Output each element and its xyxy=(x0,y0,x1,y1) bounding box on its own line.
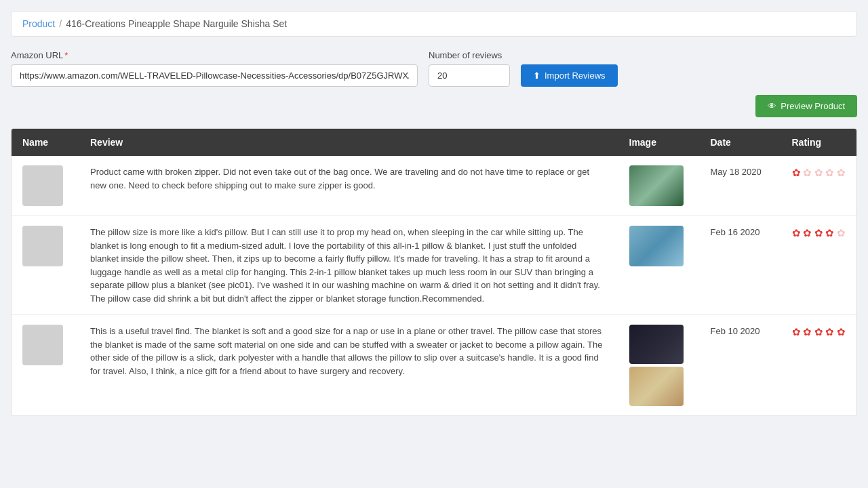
row1-review: Product came with broken zipper. Did not… xyxy=(79,156,618,216)
star-empty-3: ✿ xyxy=(814,167,823,178)
reviews-table: Name Review Image Date Rating Product ca… xyxy=(12,129,856,415)
preview-product-button[interactable]: 👁 Preview Product xyxy=(755,95,857,117)
header-image: Image xyxy=(618,129,700,156)
row1-image xyxy=(618,156,700,216)
reviews-table-container: Name Review Image Date Rating Product ca… xyxy=(11,128,857,416)
breadcrumb-current: 416-Creations Pineapple Shape Narguile S… xyxy=(66,18,287,29)
star-filled-1: ✿ xyxy=(792,167,801,178)
row1-date: May 18 2020 xyxy=(700,156,781,216)
table-row: This is a useful travel find. The blanke… xyxy=(12,315,856,416)
row2-name xyxy=(12,216,79,315)
number-of-reviews-label: Number of reviews xyxy=(429,50,510,60)
stacked-images-3 xyxy=(629,325,689,406)
amazon-url-input[interactable] xyxy=(11,64,418,87)
header-date: Date xyxy=(700,129,781,156)
star-filled-4: ✿ xyxy=(825,326,834,338)
row3-image xyxy=(618,315,700,416)
star-filled-2: ✿ xyxy=(803,326,812,338)
row1-rating: ✿ ✿ ✿ ✿ ✿ xyxy=(781,156,857,216)
number-of-reviews-group: Number of reviews xyxy=(429,50,510,87)
table-row: The pillow size is more like a kid's pil… xyxy=(12,216,856,315)
required-star: * xyxy=(64,50,68,60)
image-part-1 xyxy=(629,165,684,206)
import-reviews-button[interactable]: ⬆ Import Reviews xyxy=(521,64,618,87)
preview-row: 👁 Preview Product xyxy=(11,95,857,117)
row3-name xyxy=(12,315,79,416)
star-filled-1: ✿ xyxy=(792,326,801,338)
page-container: Product / 416-Creations Pineapple Shape … xyxy=(0,0,868,427)
star-filled-3: ✿ xyxy=(814,326,823,338)
form-row-main: Amazon URL* Number of reviews ⬆ Import R… xyxy=(11,50,857,87)
row2-review: The pillow size is more like a kid's pil… xyxy=(79,216,618,315)
row3-review: This is a useful travel find. The blanke… xyxy=(79,315,618,416)
star-empty-5: ✿ xyxy=(837,227,846,239)
row1-name xyxy=(12,156,79,216)
upload-icon: ⬆ xyxy=(533,70,540,81)
star-filled-4: ✿ xyxy=(825,227,834,239)
star-empty-5: ✿ xyxy=(837,167,846,178)
amazon-url-label: Amazon URL* xyxy=(11,50,418,60)
row2-rating: ✿ ✿ ✿ ✿ ✿ xyxy=(781,216,857,315)
avatar-3 xyxy=(22,325,63,365)
star-empty-2: ✿ xyxy=(803,167,812,178)
product-image-3a xyxy=(629,325,684,364)
product-image-3b xyxy=(629,367,684,406)
table-header: Name Review Image Date Rating xyxy=(12,129,856,156)
breadcrumb-product-link[interactable]: Product xyxy=(22,18,55,29)
row3-date: Feb 10 2020 xyxy=(700,315,781,416)
preview-product-label: Preview Product xyxy=(781,101,845,111)
avatar-2 xyxy=(22,226,63,266)
star-filled-2: ✿ xyxy=(803,227,812,239)
header-name: Name xyxy=(12,129,79,156)
star-filled-5: ✿ xyxy=(837,326,846,338)
row2-image xyxy=(618,216,700,315)
product-image-1 xyxy=(629,165,684,206)
table-body: Product came with broken zipper. Did not… xyxy=(12,156,856,415)
breadcrumb: Product / 416-Creations Pineapple Shape … xyxy=(11,11,857,37)
amazon-url-group: Amazon URL* xyxy=(11,50,418,87)
number-of-reviews-input[interactable] xyxy=(429,64,510,87)
star-filled-1: ✿ xyxy=(792,227,801,239)
table-row: Product came with broken zipper. Did not… xyxy=(12,156,856,216)
row2-date: Feb 16 2020 xyxy=(700,216,781,315)
header-review: Review xyxy=(79,129,618,156)
star-filled-3: ✿ xyxy=(814,227,823,239)
avatar-1 xyxy=(22,165,63,206)
product-image-2 xyxy=(629,226,684,266)
import-reviews-label: Import Reviews xyxy=(545,70,606,81)
breadcrumb-separator: / xyxy=(59,18,62,29)
image-part-2 xyxy=(629,226,684,266)
row3-rating: ✿ ✿ ✿ ✿ ✿ xyxy=(781,315,857,416)
header-rating: Rating xyxy=(781,129,857,156)
form-section: Amazon URL* Number of reviews ⬆ Import R… xyxy=(11,50,857,117)
eye-icon: 👁 xyxy=(768,101,776,111)
star-empty-4: ✿ xyxy=(825,167,834,178)
